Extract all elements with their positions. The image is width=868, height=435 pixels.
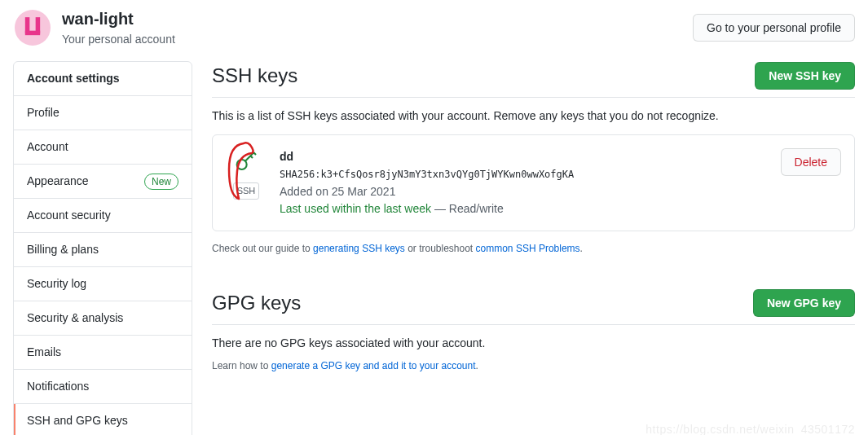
sidebar-item-emails[interactable]: Emails	[14, 336, 192, 370]
common-ssh-problems-link[interactable]: common SSH Problems	[476, 243, 580, 254]
sidebar-item-label: Account security	[27, 207, 111, 224]
account-subtitle: Your personal account	[62, 31, 175, 48]
gpg-help-prefix: Learn how to	[212, 360, 271, 371]
new-badge: New	[144, 174, 178, 190]
sidebar-item-account-security[interactable]: Account security	[14, 199, 192, 233]
sidebar-title: Account settings	[14, 62, 192, 96]
svg-point-0	[15, 10, 51, 46]
helper-suffix: .	[580, 243, 583, 254]
ssh-key-title: dd	[280, 148, 768, 165]
gpg-help-suffix: .	[476, 360, 478, 371]
sidebar-item-label: Profile	[27, 104, 59, 121]
sidebar-item-label: Account	[27, 138, 68, 156]
sidebar-item-notifications[interactable]: Notifications	[14, 370, 192, 404]
sidebar-item-security-analysis[interactable]: Security & analysis	[14, 301, 192, 336]
gpg-helper-text: Learn how to generate a GPG key and add …	[212, 358, 855, 373]
ssh-section-header: SSH keys New SSH key	[212, 61, 855, 98]
sidebar-item-label: Billing & plans	[27, 241, 99, 258]
ssh-key-added: Added on 25 Mar 2021	[280, 183, 768, 200]
gpg-title: GPG keys	[212, 288, 301, 318]
username: wan-light	[62, 7, 175, 31]
sidebar-item-ssh-and-gpg-keys[interactable]: SSH and GPG keys	[14, 404, 192, 435]
sidebar: Account settings ProfileAccountAppearanc…	[13, 61, 192, 435]
key-type-badge: SSH	[233, 182, 260, 200]
sidebar-item-appearance[interactable]: AppearanceNew	[14, 165, 192, 199]
content-area: SSH keys New SSH key This is a list of S…	[212, 61, 855, 435]
key-icon	[233, 164, 259, 177]
ssh-helper-text: Check out our guide to generating SSH ke…	[212, 241, 855, 256]
sidebar-item-billing-plans[interactable]: Billing & plans	[14, 233, 192, 267]
sidebar-item-label: Notifications	[27, 378, 89, 395]
generate-gpg-key-link[interactable]: generate a GPG key and add it to your ac…	[271, 360, 476, 371]
sidebar-item-profile[interactable]: Profile	[14, 96, 192, 130]
delete-ssh-key-button[interactable]: Delete	[781, 148, 841, 176]
sidebar-item-label: Emails	[27, 344, 61, 361]
helper-mid: or troubleshoot	[405, 243, 476, 254]
helper-prefix: Check out our guide to	[212, 243, 313, 254]
generating-ssh-keys-link[interactable]: generating SSH keys	[313, 243, 405, 254]
go-to-profile-button[interactable]: Go to your personal profile	[693, 14, 855, 42]
sidebar-item-label: Security log	[27, 275, 86, 292]
gpg-empty-message: There are no GPG keys associated with yo…	[212, 335, 855, 352]
new-ssh-key-button[interactable]: New SSH key	[755, 62, 855, 90]
sidebar-item-account[interactable]: Account	[14, 130, 192, 165]
ssh-title: SSH keys	[212, 61, 297, 90]
ssh-key-fingerprint: SHA256:k3+CfsQosr8jyN3mY3txn3vQYg0TjWYKw…	[280, 167, 768, 182]
ssh-key-item: SSH dd SHA256:k3+CfsQosr8jyN3mY3txn3vQYg…	[212, 134, 855, 231]
gpg-section-header: GPG keys New GPG key	[212, 288, 855, 325]
ssh-key-usage: Last used within the last week — Read/wr…	[280, 200, 768, 218]
ssh-last-used: Last used within the last week	[280, 202, 431, 215]
sidebar-item-security-log[interactable]: Security log	[14, 267, 192, 301]
sidebar-item-label: SSH and GPG keys	[27, 412, 128, 429]
ssh-access-level: — Read/write	[431, 202, 504, 215]
new-gpg-key-button[interactable]: New GPG key	[753, 289, 855, 317]
header-user-block: wan-light Your personal account	[13, 7, 175, 48]
avatar[interactable]	[13, 8, 52, 47]
page-header: wan-light Your personal account Go to yo…	[13, 0, 855, 61]
sidebar-item-label: Security & analysis	[27, 310, 123, 327]
avatar-identicon	[15, 10, 51, 46]
svg-rect-3	[25, 30, 40, 35]
sidebar-item-label: Appearance	[27, 173, 89, 190]
ssh-description: This is a list of SSH keys associated wi…	[212, 108, 855, 125]
